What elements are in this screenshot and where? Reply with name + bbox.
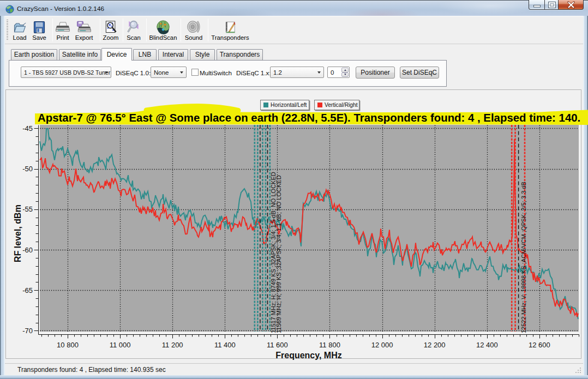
svg-text:Apstar-7 @ 76.5° East @ Some p: Apstar-7 @ 76.5° East @ Some place on ea… [38, 112, 580, 124]
